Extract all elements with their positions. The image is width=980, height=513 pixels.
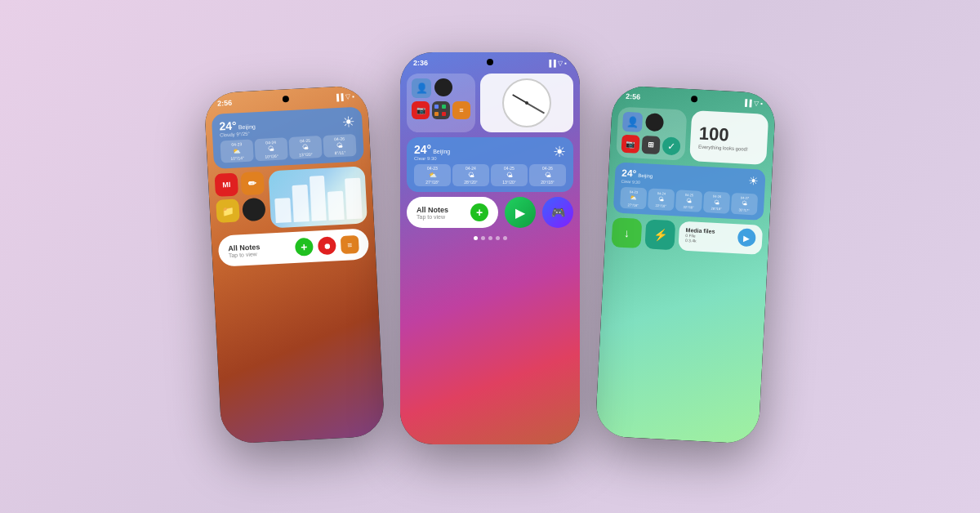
desc-center: Clear 9:30 [414,156,450,161]
r-forecast-2: 04-24 🌤 22°/18° [648,188,675,211]
clock-min-hand [527,102,545,114]
score-widget-right: 100 Everything looks good! [689,110,768,165]
apps-widget-right: 👤 📷 ⊞ ✓ [616,106,687,160]
c-forecast-3: 04-25 🌤 13°/20° [491,164,528,186]
c-forecast-4: 04-26 🌤 20°/18° [529,164,566,186]
mi-app-icon[interactable]: MI [215,172,238,196]
top-row-center: 👤 📷 ≡ [407,74,573,132]
bar-5 [345,178,362,220]
forecast-icon-4: 🌤 [326,141,354,150]
notes-add-btn-center[interactable]: + [470,203,488,221]
contacts-row-right: 👤 [622,112,682,135]
contacts-top-row: 👤 [412,78,470,98]
grid-cell-3 [434,112,439,116]
media-text: Media files 0 File 0 3.4k [685,226,715,243]
temp-left: 24° [219,118,237,132]
notes-text-left: All Notes Tap to view [228,243,261,258]
status-icons-center: ▐▐ ▽ ▪ [546,60,567,67]
score-number-right: 100 [698,123,760,148]
status-icons-right: ▐▐ ▽ ▪ [742,99,763,107]
city-center: Beijing [433,149,450,154]
notes-sub-left: Tap to view [229,251,261,258]
forecast-center: 04-23 ⛅ 27°/18° 04-24 🌤 28°/20° 04-25 🌤 [414,164,566,186]
video-icon-center[interactable]: 📷 [412,101,430,119]
widget-area-left: 24° Beijing Cloudy 9°/25° ☀ 04-23 ⛅ 10°/… [205,103,376,270]
circle-app-icon[interactable] [242,198,265,221]
notes-widget-left[interactable]: All Notes Tap to view + ⏺ ≡ [218,228,370,267]
video-icon-right[interactable]: 📷 [621,135,640,154]
sun-icon-right: ☀ [748,174,760,188]
time-left: 2:56 [217,99,233,108]
widget-area-center: 👤 📷 ≡ [400,70,580,243]
forecast-icon-1: ⛅ [223,147,251,156]
dark-circle-center [434,78,452,96]
top-row-right: 👤 📷 ⊞ ✓ 100 Everything looks good! [616,106,768,165]
weather-widget-center[interactable]: 24° Beijing Clear 9:30 ☀ 04-23 ⛅ 27°/18° [407,137,573,192]
apps-row-2: 📁 [216,198,265,223]
menu-btn-left[interactable]: ≡ [341,235,359,254]
play-btn-center[interactable]: ▶ [505,197,536,228]
forecast-left: 04-23 ⛅ 10°/14° 04-24 🌤 10°/26° 04-25 🌤 [220,134,356,163]
bar-3 [309,176,327,221]
lightning-btn-right[interactable]: ⚡ [644,219,675,250]
apps-row-1: MI ✏ [215,172,265,197]
profile-icon-center[interactable]: 👤 [412,78,431,98]
clock-widget-center [480,74,573,132]
green-circle-right[interactable]: ✓ [662,136,680,155]
bar-1 [274,198,291,223]
dot-1 [474,236,478,240]
notes-actions-left: + ⏺ ≡ [295,235,359,256]
temp-center: 24° [414,143,431,156]
forecast-right: 04-23 ⛅ 27°/16° 04-24 🌤 22°/18° 04-25 🌤 [620,187,758,216]
phone-center: 2:36 ▐▐ ▽ ▪ 👤 📷 [400,52,580,444]
apps-row-right: 📷 ⊞ ✓ [621,135,681,156]
forecast-icon-3: 🌤 [292,143,319,152]
time-center: 2:36 [413,59,428,67]
grid-icon-right[interactable]: ⊞ [642,136,661,154]
profile-icon-right[interactable]: 👤 [622,112,643,132]
notes-sub-center: Tap to view [416,214,448,220]
folder-app-icon[interactable]: 📁 [216,199,239,222]
dot-2 [481,236,485,240]
forecast-day-1: 04-23 ⛅ 10°/14° [220,139,253,163]
clock-dot [525,101,528,105]
media-widget-right[interactable]: Media files 0 File 0 3.4k ▶ [678,221,763,255]
phone-left-screen: 2:56 ▐▐ ▽ ▪ 24° Beijing Cloudy 9°/25° [203,85,385,444]
time-right: 2:56 [626,92,641,101]
forecast-day-3: 04-25 🌤 13°/20° [288,136,322,159]
media-header: Media files 0 File 0 3.4k ▶ [685,225,756,247]
bottom-action-row-right: ↓ ⚡ Media files 0 File 0 3.4k ▶ [611,217,763,255]
notes-title-center: All Notes [416,206,448,214]
c-forecast-1: 04-23 ⛅ 27°/18° [414,164,451,186]
phone-left: 2:56 ▐▐ ▽ ▪ 24° Beijing Cloudy 9°/25° [203,85,385,444]
notes-add-btn-left[interactable]: + [295,238,314,256]
dot-4 [496,236,500,240]
notes-widget-center[interactable]: All Notes Tap to view + [407,197,498,228]
media-play-btn-right[interactable]: ▶ [737,228,756,247]
games-btn-center[interactable]: 🎮 [542,197,573,228]
apps-bottom-row-center: 📷 ≡ [412,101,470,119]
download-btn-right[interactable]: ↓ [611,217,642,248]
notes-text-center: All Notes Tap to view [416,206,448,220]
grid-cell-4 [442,112,446,116]
contacts-widget-center: 👤 📷 ≡ [407,74,475,132]
sun-icon-center: ☀ [553,143,566,161]
r-forecast-1: 04-23 ⛅ 27°/16° [620,187,647,210]
city-right: Beijing [638,173,653,179]
pencil-app-icon[interactable]: ✏ [241,172,265,195]
rec-btn-left[interactable]: ⏺ [318,236,336,255]
notes-buttons-center: All Notes Tap to view + ▶ 🎮 [407,197,573,228]
main-scene: 2:56 ▐▐ ▽ ▪ 24° Beijing Cloudy 9°/25° [0,0,980,513]
r-forecast-3: 04-25 🌤 32°/18° [675,190,702,212]
phone-center-screen: 2:36 ▐▐ ▽ ▪ 👤 📷 [400,52,580,444]
weather-widget-right[interactable]: 24° Beijing Clear 9:30 ☀ 04-23 ⛅ 27°/16° [613,162,766,221]
weather-widget-left[interactable]: 24° Beijing Cloudy 9°/25° ☀ 04-23 ⛅ 10°/… [212,106,364,169]
forecast-day-4: 04-26 🌤 8°/11° [323,134,356,158]
phone-right: 2:56 ▐▐ ▽ ▪ 👤 📷 ⊞ ✓ [595,85,776,444]
desc-left: Cloudy 9°/25° [220,131,256,137]
grid-icon-center[interactable] [432,101,450,119]
dot-5 [503,236,507,240]
apps-icon-center[interactable]: ≡ [452,101,470,119]
r-forecast-4: 04-26 🌤 28°/18° [703,191,730,214]
c-forecast-2: 04-24 🌤 28°/20° [452,164,489,186]
